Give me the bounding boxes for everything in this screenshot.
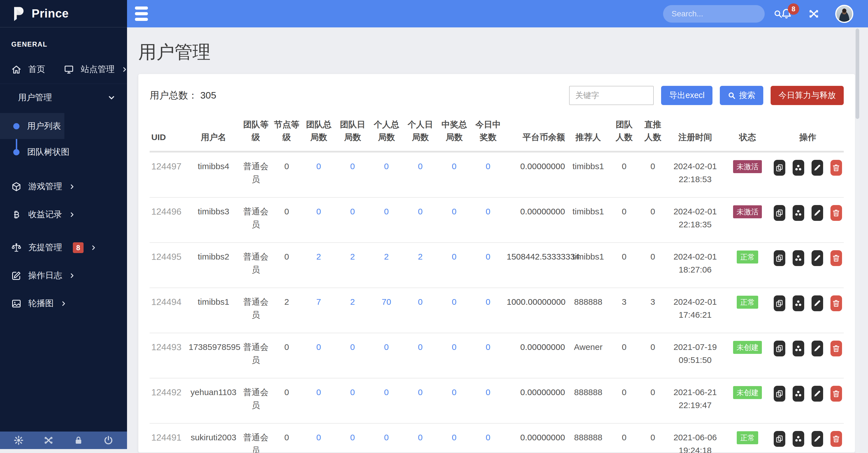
copy-button[interactable] xyxy=(774,250,785,266)
delete-button[interactable] xyxy=(831,160,842,176)
cell-today-wins[interactable]: 0 xyxy=(471,152,505,198)
copy-button[interactable] xyxy=(774,205,785,221)
notifications-bell-icon[interactable]: 8 xyxy=(780,8,792,20)
cell-team-total-rounds[interactable]: 0 xyxy=(302,423,336,453)
fullscreen-icon[interactable] xyxy=(808,8,819,20)
cell-personal-daily-rounds[interactable]: 0 xyxy=(403,423,437,453)
power-icon[interactable] xyxy=(103,435,114,445)
sidebar-item-home[interactable]: 首页 xyxy=(11,64,45,75)
col-platform-balance: 平台币余额 xyxy=(505,118,567,152)
copy-button[interactable] xyxy=(774,431,785,447)
sidebar-item-site-management[interactable]: 站点管理 xyxy=(64,64,128,75)
cell-team-total-rounds[interactable]: 0 xyxy=(302,333,336,378)
edit-button[interactable] xyxy=(811,386,823,402)
edit-button[interactable] xyxy=(811,431,823,447)
brand-logo[interactable]: Prince xyxy=(0,0,127,27)
scrollbar[interactable] xyxy=(855,27,860,453)
cubes-button[interactable] xyxy=(793,341,804,356)
cell-today-wins[interactable]: 0 xyxy=(471,423,505,453)
cell-team-daily-rounds[interactable]: 2 xyxy=(336,243,370,288)
cell-personal-total-rounds[interactable]: 0 xyxy=(370,378,403,423)
delete-button[interactable] xyxy=(831,295,842,311)
cell-team-total-rounds[interactable]: 7 xyxy=(302,288,336,333)
cell-personal-daily-rounds[interactable]: 0 xyxy=(403,152,437,198)
cubes-button[interactable] xyxy=(793,250,804,266)
cell-personal-total-rounds[interactable]: 2 xyxy=(370,243,403,288)
cubes-button[interactable] xyxy=(793,205,804,221)
cell-team-total-rounds[interactable]: 2 xyxy=(302,243,336,288)
lock-icon[interactable] xyxy=(73,435,84,445)
cell-personal-total-rounds[interactable]: 0 xyxy=(370,198,403,243)
search-button[interactable]: 搜索 xyxy=(720,86,763,105)
sidebar-item-game-management[interactable]: 游戏管理 xyxy=(11,181,75,192)
edit-button[interactable] xyxy=(811,205,823,221)
cell-win-total-rounds[interactable]: 0 xyxy=(437,152,471,198)
sidebar-item-user-management[interactable]: 用户管理 xyxy=(0,84,127,111)
cubes-button[interactable] xyxy=(793,386,804,402)
edit-button[interactable] xyxy=(811,160,823,176)
delete-button[interactable] xyxy=(831,341,842,356)
sidebar-item-user-list[interactable]: 用户列表 xyxy=(0,113,64,139)
cell-today-wins[interactable]: 0 xyxy=(471,288,505,333)
cell-win-total-rounds[interactable]: 0 xyxy=(437,198,471,243)
cell-win-total-rounds[interactable]: 0 xyxy=(437,243,471,288)
cell-win-total-rounds[interactable]: 0 xyxy=(437,423,471,453)
sidebar-item-label: 首页 xyxy=(28,64,45,75)
cubes-button[interactable] xyxy=(793,295,804,311)
edit-button[interactable] xyxy=(811,295,823,311)
sidebar-item-team-tree[interactable]: 团队树状图 xyxy=(0,139,127,165)
edit-button[interactable] xyxy=(811,341,823,356)
cell-today-wins[interactable]: 0 xyxy=(471,378,505,423)
cell-personal-total-rounds[interactable]: 70 xyxy=(370,288,403,333)
cell-win-total-rounds[interactable]: 0 xyxy=(437,288,471,333)
cell-team-daily-rounds[interactable]: 0 xyxy=(336,198,370,243)
edit-button[interactable] xyxy=(811,250,823,266)
cell-today-wins[interactable]: 0 xyxy=(471,243,505,288)
cell-personal-daily-rounds[interactable]: 2 xyxy=(403,243,437,288)
cell-team-daily-rounds[interactable]: 2 xyxy=(336,288,370,333)
settings-gear-icon[interactable] xyxy=(13,435,24,445)
hamburger-menu-icon[interactable] xyxy=(135,4,148,24)
delete-button[interactable] xyxy=(831,205,842,221)
keyword-input[interactable] xyxy=(569,86,654,105)
export-excel-button[interactable]: 导出execl xyxy=(661,86,712,105)
cell-personal-daily-rounds[interactable]: 0 xyxy=(403,333,437,378)
cell-personal-total-rounds[interactable]: 0 xyxy=(370,423,403,453)
copy-button[interactable] xyxy=(774,341,785,356)
today-hashrate-release-button[interactable]: 今日算力与释放 xyxy=(771,86,844,105)
cell-personal-total-rounds[interactable]: 0 xyxy=(370,152,403,198)
cell-team-total-rounds[interactable]: 0 xyxy=(302,378,336,423)
sidebar-item-label: 用户管理 xyxy=(18,92,52,103)
cell-personal-total-rounds[interactable]: 0 xyxy=(370,333,403,378)
cell-personal-daily-rounds[interactable]: 0 xyxy=(403,288,437,333)
delete-button[interactable] xyxy=(831,386,842,402)
copy-button[interactable] xyxy=(774,386,785,402)
cell-personal-daily-rounds[interactable]: 0 xyxy=(403,198,437,243)
fullscreen-expand-icon[interactable] xyxy=(43,435,54,445)
sidebar-item-operation-log[interactable]: 操作日志 xyxy=(11,270,75,281)
cell-username: timibbs3 xyxy=(187,198,240,243)
cell-win-total-rounds[interactable]: 0 xyxy=(437,378,471,423)
copy-button[interactable] xyxy=(774,295,785,311)
delete-button[interactable] xyxy=(831,431,842,447)
cell-today-wins[interactable]: 0 xyxy=(471,333,505,378)
scrollbar-thumb[interactable] xyxy=(856,29,859,119)
cubes-button[interactable] xyxy=(793,431,804,447)
sidebar-item-banner[interactable]: 轮播图 xyxy=(11,298,67,309)
sidebar-item-profit-records[interactable]: 收益记录 xyxy=(11,209,75,220)
cell-win-total-rounds[interactable]: 0 xyxy=(437,333,471,378)
delete-button[interactable] xyxy=(831,250,842,266)
cell-team-daily-rounds[interactable]: 0 xyxy=(336,423,370,453)
user-avatar[interactable] xyxy=(835,5,853,23)
copy-button[interactable] xyxy=(774,160,785,176)
search-input[interactable] xyxy=(672,9,773,18)
sidebar-item-deposit-management[interactable]: 充提管理 8 xyxy=(11,242,97,253)
cell-today-wins[interactable]: 0 xyxy=(471,198,505,243)
cell-team-total-rounds[interactable]: 0 xyxy=(302,198,336,243)
cell-team-daily-rounds[interactable]: 0 xyxy=(336,333,370,378)
cell-team-daily-rounds[interactable]: 0 xyxy=(336,378,370,423)
cell-team-total-rounds[interactable]: 0 xyxy=(302,152,336,198)
cubes-button[interactable] xyxy=(793,160,804,176)
cell-personal-daily-rounds[interactable]: 0 xyxy=(403,378,437,423)
cell-team-daily-rounds[interactable]: 0 xyxy=(336,152,370,198)
